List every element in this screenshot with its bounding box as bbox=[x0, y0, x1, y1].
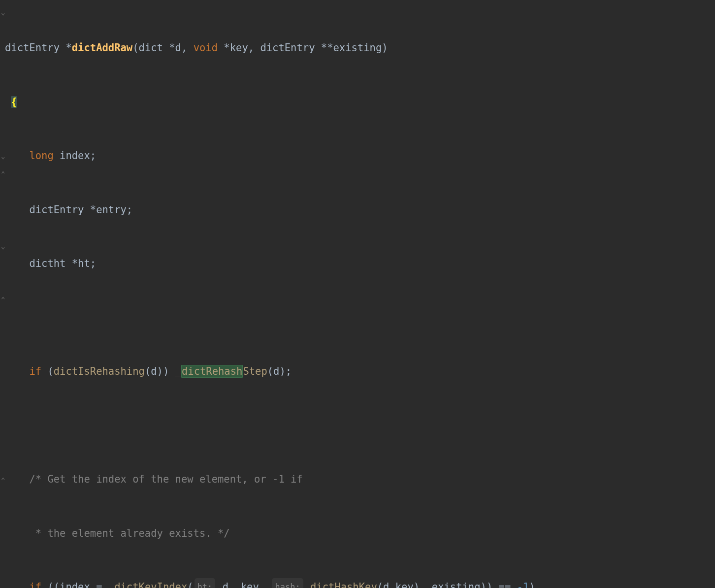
ret-type: dictEntry bbox=[5, 42, 60, 54]
search-highlight: dictRehash bbox=[181, 365, 243, 378]
call-dictHashKey: dictHashKey bbox=[310, 581, 377, 588]
fold-icon: ⌄ bbox=[1, 153, 8, 160]
fold-icon: ⌄ bbox=[1, 243, 8, 250]
method-start-icon: ⌄ bbox=[1, 9, 8, 16]
decl-ht: dictht *ht; bbox=[29, 258, 96, 269]
fold-end-icon: ⌃ bbox=[1, 296, 8, 303]
call-_dictKeyIndex: _dictKeyIndex bbox=[108, 581, 187, 588]
code-editor[interactable]: ⌄ ⌄ ⌃ ⌄ ⌃ ⌃ dictEntry *dictAddRaw(dict *… bbox=[0, 0, 715, 588]
decl-entry: dictEntry *entry; bbox=[29, 204, 132, 216]
long-kw: long bbox=[29, 150, 53, 162]
call-dictIsRehashing: dictIsRehashing bbox=[54, 365, 145, 377]
fn-name: dictAddRaw bbox=[72, 42, 132, 54]
open-brace: { bbox=[11, 96, 17, 108]
method-end-icon: ⌃ bbox=[1, 477, 8, 484]
code-area[interactable]: dictEntry *dictAddRaw(dict *d, void *key… bbox=[0, 3, 715, 588]
fn-signature: dictEntry *dictAddRaw(dict *d, void *key… bbox=[5, 39, 715, 57]
param-hint-hash: hash: bbox=[272, 578, 303, 588]
fold-end-icon: ⌃ bbox=[1, 170, 8, 177]
comment: /* Get the index of the new element, or … bbox=[29, 473, 302, 485]
param-hint-ht: ht: bbox=[195, 578, 216, 588]
